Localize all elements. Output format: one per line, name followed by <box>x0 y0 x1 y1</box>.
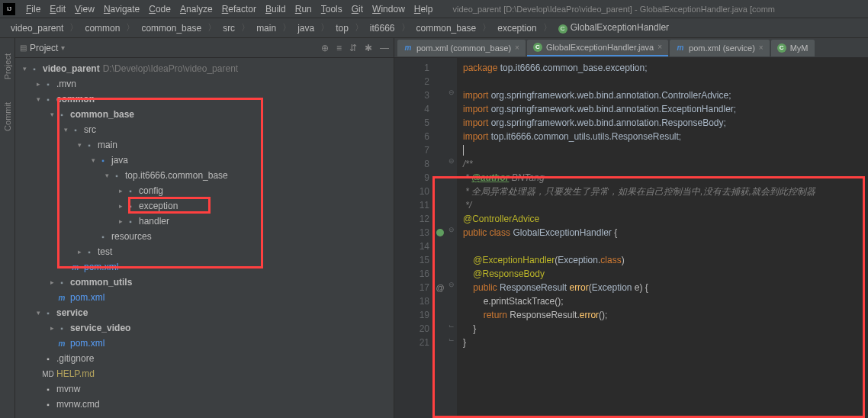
code-line[interactable]: package top.it6666.common_base.exception… <box>463 61 862 75</box>
code-line[interactable] <box>463 240 862 253</box>
tree-node-service-video[interactable]: ▪service_video <box>15 320 394 336</box>
fold-marker[interactable] <box>446 75 457 88</box>
spring-bean-icon[interactable] <box>436 229 444 236</box>
tree-node-pom-xml[interactable]: mpom.xml <box>15 259 394 275</box>
code-line[interactable]: * 全局异常处理器，只要发生了异常，如果在自己控制当中,没有去捕获,就会到此控制… <box>463 185 862 198</box>
hide-icon[interactable]: — <box>380 43 389 53</box>
code-line[interactable]: import org.springframework.web.bind.anno… <box>463 116 862 130</box>
code-line[interactable]: * @author BNTang <box>463 171 862 185</box>
menu-help[interactable]: Help <box>410 4 438 14</box>
tree-node-main[interactable]: ▪main <box>15 137 394 153</box>
chevron-down-icon[interactable] <box>47 111 56 118</box>
tree-node-java[interactable]: ▪java <box>15 153 394 168</box>
line-number[interactable]: 12 <box>394 212 429 226</box>
menu-git[interactable]: Git <box>347 4 368 14</box>
tree-node-mvnw-cmd[interactable]: ▪mvnw.cmd <box>15 397 394 412</box>
editor-tab[interactable]: mpom.xml (common_base)× <box>397 40 526 56</box>
chevron-right-icon[interactable] <box>116 217 125 225</box>
chevron-right-icon[interactable] <box>116 202 125 210</box>
breadcrumb-item[interactable]: common_base <box>412 21 481 35</box>
close-icon[interactable]: × <box>657 43 662 51</box>
tree-node-pom-xml[interactable]: mpom.xml <box>15 290 394 305</box>
expand-icon[interactable]: ≡ <box>336 43 342 53</box>
tree-node-test[interactable]: ▪test <box>15 244 394 259</box>
fold-marker[interactable] <box>446 198 457 212</box>
side-tab-commit[interactable]: Commit <box>3 102 12 131</box>
code-line[interactable]: e.printStackTrace(); <box>463 294 862 308</box>
chevron-right-icon[interactable] <box>47 278 56 286</box>
gear-icon[interactable]: ✱ <box>365 43 372 53</box>
line-number[interactable]: 17 <box>394 281 429 294</box>
code-line[interactable]: import top.it6666.common_utils.utils.Res… <box>463 130 862 143</box>
code-line[interactable]: @ExceptionHandler(Exception.class) <box>463 253 862 267</box>
chevron-down-icon[interactable] <box>102 172 111 179</box>
collapse-icon[interactable]: ⇵ <box>349 43 357 53</box>
chevron-down-icon[interactable] <box>34 95 43 103</box>
code-lines[interactable]: package top.it6666.common_base.exception… <box>457 58 868 418</box>
menu-tools[interactable]: Tools <box>317 4 347 14</box>
fold-marker[interactable] <box>446 253 457 267</box>
editor-tab[interactable]: CGlobalExceptionHandler.java× <box>527 40 668 56</box>
fold-marker[interactable]: ⊖ <box>446 88 457 102</box>
tree-node-resources[interactable]: ▪resources <box>15 229 394 244</box>
code-line[interactable]: import org.springframework.web.bind.anno… <box>463 102 862 116</box>
code-line[interactable]: /** <box>463 157 862 171</box>
chevron-right-icon[interactable] <box>116 187 125 195</box>
editor-tab[interactable]: mpom.xml (service)× <box>670 40 770 56</box>
tree-node-common-utils[interactable]: ▪common_utils <box>15 275 394 290</box>
breadcrumb-item[interactable]: it6666 <box>365 21 400 35</box>
fold-marker[interactable] <box>446 185 457 198</box>
breadcrumb-item[interactable]: exception <box>493 21 541 35</box>
menu-refactor[interactable]: Refactor <box>217 4 261 14</box>
close-icon[interactable]: × <box>759 43 764 52</box>
override-icon[interactable]: @ <box>436 283 444 292</box>
menu-file[interactable]: File <box>21 4 45 14</box>
fold-marker[interactable]: ⊖ <box>446 226 457 240</box>
locate-icon[interactable]: ⊕ <box>321 43 329 53</box>
chevron-down-icon[interactable] <box>88 156 98 164</box>
line-number[interactable]: 14 <box>394 240 429 253</box>
chevron-down-icon[interactable] <box>20 65 29 72</box>
menu-view[interactable]: View <box>70 4 99 14</box>
breadcrumb-item[interactable]: common <box>80 21 124 35</box>
fold-marker[interactable] <box>446 240 457 253</box>
menu-analyze[interactable]: Analyze <box>175 4 217 14</box>
tree-node-help-md[interactable]: MDHELP.md <box>15 366 394 381</box>
fold-marker[interactable]: ⌙ <box>446 336 457 349</box>
line-number[interactable]: 19 <box>394 308 429 322</box>
breadcrumb-item[interactable]: src <box>218 21 240 35</box>
fold-marker[interactable] <box>446 102 457 116</box>
code-line[interactable] <box>463 75 862 88</box>
fold-marker[interactable]: ⊖ <box>446 157 457 171</box>
chevron-right-icon[interactable] <box>75 248 84 256</box>
line-number[interactable]: 5 <box>394 116 429 130</box>
tree-node-exception[interactable]: ▪exception <box>15 198 394 214</box>
fold-marker[interactable] <box>446 212 457 226</box>
fold-marker[interactable] <box>446 294 457 308</box>
menu-code[interactable]: Code <box>144 4 175 14</box>
chevron-right-icon[interactable] <box>47 324 56 332</box>
fold-marker[interactable]: ⊖ <box>446 281 457 294</box>
fold-marker[interactable] <box>446 171 457 185</box>
line-number[interactable]: 1 <box>394 61 429 75</box>
line-number[interactable]: 20 <box>394 322 429 336</box>
code-line[interactable]: @ControllerAdvice <box>463 212 862 226</box>
chevron-down-icon[interactable] <box>61 126 70 133</box>
code-line[interactable]: import org.springframework.web.bind.anno… <box>463 88 862 102</box>
line-number[interactable]: 13 <box>394 226 429 240</box>
menu-build[interactable]: Build <box>261 4 291 14</box>
fold-marker[interactable]: ⌙ <box>446 322 457 336</box>
line-number[interactable]: 9 <box>394 171 429 185</box>
fold-marker[interactable] <box>446 130 457 143</box>
line-number[interactable]: 7 <box>394 143 429 157</box>
chevron-down-icon[interactable] <box>34 309 43 317</box>
fold-marker[interactable] <box>446 267 457 281</box>
code-line[interactable]: } <box>463 322 862 336</box>
chevron-down-icon[interactable]: ▾ <box>61 43 65 52</box>
fold-marker[interactable] <box>446 61 457 75</box>
breadcrumb-item[interactable]: top <box>331 21 353 35</box>
line-number[interactable]: 15 <box>394 253 429 267</box>
project-title[interactable]: Project <box>30 43 58 53</box>
line-number[interactable]: 6 <box>394 130 429 143</box>
fold-column[interactable]: ⊖⊖⊖⊖⌙⌙ <box>446 58 457 418</box>
